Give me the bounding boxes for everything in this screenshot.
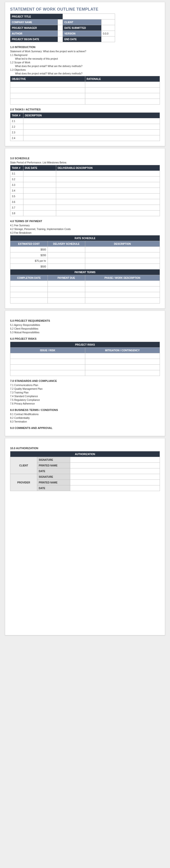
author-label: AUTHOR (10, 31, 58, 36)
table-row: 3.8 (10, 211, 24, 216)
project-info-table: PROJECT TITLE COMPANY NAMECLIENT PROJECT… (10, 13, 115, 42)
schedule-sub: State Period of Performance. List Milest… (10, 161, 160, 164)
auth-provider-label: PROVIDER (10, 474, 37, 491)
auth-date-label: DATE (37, 468, 70, 474)
risks-table: PROJECT RISKS ISSUE / RISKMITIGATION / C… (10, 342, 160, 376)
begin-date-label: PROJECT BEGIN DATE (10, 36, 58, 42)
project-title-label: PROJECT TITLE (10, 14, 63, 20)
version-label: VERSION (63, 31, 102, 36)
table-row: 2.1 (10, 118, 24, 124)
s7-1: 7.1 Communications Plan (10, 384, 160, 386)
s8-1: 8.1 Contract Modifications (10, 413, 160, 415)
deliverable-header: DELIVERABLE DESCRIPTION (56, 165, 160, 171)
section-10-heading: 10.0 AUTHORIZATION (10, 447, 160, 450)
auth-client-label: CLIENT (10, 457, 37, 474)
est-cost-header: ESTIMATED COST (10, 241, 48, 247)
section-2-heading: 2.0 TASKS / ACTIVITIES (10, 108, 160, 111)
s4-2: 4.2 Storage, Personnel, Training, Implem… (10, 228, 160, 230)
sow-summary: Statement of Work Summary: What does the… (10, 50, 160, 53)
client-label: CLIENT (63, 20, 102, 25)
date-submitted-label: DATE SUBMITTED (63, 25, 102, 31)
s5-3: 5.3 Mutual Responsibilities (10, 331, 160, 334)
end-date-label: END DATE (63, 36, 102, 42)
table-row: 3.3 (10, 182, 24, 188)
auth-date-label-2: DATE (37, 486, 70, 491)
rate-schedule-band: RATE SCHEDULE (10, 236, 160, 241)
company-name-label: COMPANY NAME (10, 20, 58, 25)
auth-sig-label-2: SIGNATURE (37, 474, 70, 480)
delivery-header: DELIVERY SCHEDULE (47, 241, 85, 247)
table-row: 3.4 (10, 188, 24, 193)
tasks-table: TASK #DESCRIPTION 2.1 2.2 2.3 2.4 (10, 113, 160, 141)
s5-2: 5.2 Client Responsibilities (10, 328, 160, 330)
table-row: 3.5 (10, 193, 24, 199)
section-3-heading: 3.0 SCHEDULE (10, 157, 160, 160)
desc-header: DESCRIPTION (85, 241, 160, 247)
s7-5: 7.5 Regulatory Compliance (10, 399, 160, 401)
section-6-heading: 6.0 PROJECT RISKS (10, 337, 160, 340)
table-row: $75 per hr (10, 258, 48, 264)
s5-1: 5.1 Agency Responsibilities (10, 324, 160, 327)
s4-1: 4.1 Fee Summary (10, 224, 160, 227)
phase-header: PHASE / WORK DESCRIPTION (85, 275, 160, 281)
section-4-heading: 4.0 TERMS OF PAYMENT (10, 220, 160, 223)
rationale-header: RATIONALE (85, 76, 160, 82)
table-row: 2.3 (10, 130, 24, 135)
rate-schedule-table: RATE SCHEDULE ESTIMATED COSTDELIVERY SCH… (10, 235, 160, 270)
table-row: 3.7 (10, 205, 24, 211)
s1-1: 1.1 Background (10, 54, 160, 57)
table-row: $500 (10, 264, 48, 270)
s7-3: 7.3 Training Plan (10, 391, 160, 394)
page-1: STATEMENT OF WORK OUTLINE TEMPLATE PROJE… (5, 2, 165, 146)
page-3: 5.0 PROJECT REQUIREMENTS 5.1 Agency Resp… (5, 311, 165, 436)
section-1-heading: 1.0 INTRODUCTION (10, 45, 160, 49)
authorization-table: AUTHORIZATION CLIENTSIGNATURE PRINTED NA… (10, 451, 160, 491)
sched-task-header: TASK # (10, 165, 24, 171)
section-8-heading: 8.0 BUSINESS TERMS / CONDITIONS (10, 408, 160, 411)
auth-sig-label: SIGNATURE (37, 457, 70, 463)
s1-2-text: What does the project entail? What are t… (15, 65, 160, 67)
version-value: 0.0.0 (101, 31, 115, 36)
table-row: $200 (10, 252, 48, 258)
s7-6: 7.6 Privacy Adherence (10, 402, 160, 405)
s7-4: 7.4 Standard Compliance (10, 395, 160, 398)
section-5-heading: 5.0 PROJECT REQUIREMENTS (10, 319, 160, 322)
mitigation-header: MITIGATION / CONTINGENCY (85, 348, 160, 353)
table-row: 3.2 (10, 177, 24, 182)
s1-2: 1.2 Scope of Work (10, 61, 160, 64)
pm-label: PROJECT MANAGER (10, 25, 58, 31)
s1-1-text: What led to the necessity of this projec… (15, 57, 160, 60)
risks-band: PROJECT RISKS (10, 342, 160, 348)
auth-pn-label: PRINTED NAME (37, 463, 70, 468)
s8-3: 8.3 Termination (10, 420, 160, 423)
s1-3: 1.3 Objectives (10, 68, 160, 71)
table-row: 3.1 (10, 171, 24, 177)
auth-band: AUTHORIZATION (10, 452, 160, 457)
s8-2: 8.2 Confidentiality (10, 416, 160, 419)
table-row: 2.2 (10, 124, 24, 130)
issue-header: ISSUE / RISK (10, 348, 85, 353)
schedule-table: TASK #DUE DATEDELIVERABLE DESCRIPTION 3.… (10, 165, 160, 216)
s1-3-text: What does the project entail? What are t… (15, 72, 160, 75)
section-9-heading: 9.0 COMMENTS AND APPROVAL (10, 427, 160, 429)
table-row: 2.4 (10, 135, 24, 141)
s7-2: 7.2 Quality Management Plan (10, 388, 160, 390)
task-num-header: TASK # (10, 113, 24, 118)
doc-title: STATEMENT OF WORK OUTLINE TEMPLATE (10, 7, 160, 11)
objective-header: OBJECTIVE (10, 76, 85, 82)
page-4: 10.0 AUTHORIZATION AUTHORIZATION CLIENTS… (5, 438, 165, 635)
completion-header: COMPLETION DATE (10, 275, 48, 281)
table-row: $500 (10, 247, 48, 252)
table-row: 3.6 (10, 199, 24, 205)
payment-terms-table: PAYMENT TERMS COMPLETION DATEPAYMENT DUE… (10, 269, 160, 304)
due-date-header: DUE DATE (24, 165, 56, 171)
auth-pn-label-2: PRINTED NAME (37, 480, 70, 486)
page-2: 3.0 SCHEDULE State Period of Performance… (5, 148, 165, 309)
s4-3: 4.3 Fee Breakdown (10, 231, 160, 234)
section-7-heading: 7.0 STANDARDS AND COMPLIANCE (10, 379, 160, 382)
payment-terms-band: PAYMENT TERMS (10, 270, 160, 275)
task-desc-header: DESCRIPTION (24, 113, 160, 118)
objectives-table: OBJECTIVERATIONALE (10, 76, 160, 104)
payment-due-header: PAYMENT DUE (47, 275, 85, 281)
